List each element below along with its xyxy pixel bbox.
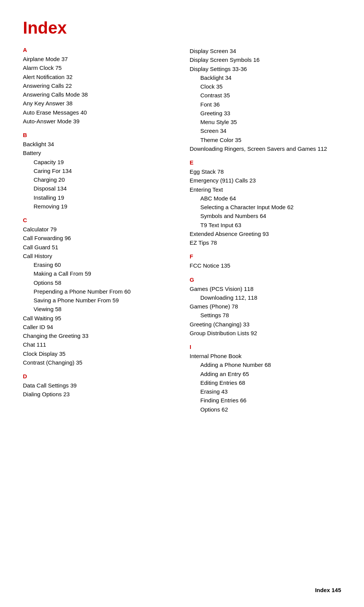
index-entry: Options 58 [23,278,174,287]
index-entry: Dialing Options 23 [23,390,174,399]
section-letter: B [23,132,174,138]
left-column: AAirplane Mode 37Alarm Clock 75Alert Not… [23,47,174,405]
index-entry: Saving a Phone Number From 59 [23,296,174,305]
index-entry: Group Distribution Lists 92 [190,329,341,337]
index-entry: Greeting (Changing) 33 [190,320,341,329]
index-entry: Call Forwarding 96 [23,234,174,242]
index-entry: Answering Calls Mode 38 [23,90,174,99]
index-entry: Any Key Answer 38 [23,99,174,108]
index-entry: Chat 111 [23,340,174,349]
index-entry: Games (Phone) 78 [190,302,341,311]
section-letter: A [23,47,174,53]
section-letter: G [190,276,341,283]
index-entry: Contrast (Changing) 35 [23,358,174,367]
section-letter: E [190,159,341,166]
index-entry: Airplane Mode 37 [23,55,174,63]
index-section: DData Call Settings 39Dialing Options 23 [23,373,174,399]
index-entry: Data Call Settings 39 [23,381,174,390]
index-section: BBacklight 34BatteryCapacity 19Caring Fo… [23,132,174,211]
index-entry: Backlight 34 [190,73,341,82]
page-title: Index [23,18,341,37]
index-entry: Clock 35 [190,82,341,91]
index-section: CCalculator 79Call Forwarding 96Call Gua… [23,217,174,367]
index-entry: Contrast 35 [190,91,341,100]
index-entry: Caring For 134 [23,166,174,175]
index-entry: Erasing 43 [190,387,341,396]
index-entry: Font 36 [190,100,341,109]
index-entry: Adding an Entry 65 [190,370,341,378]
index-entry: Editing Entries 68 [190,378,341,387]
index-entry: Screen 34 [190,126,341,135]
index-entry: Entering Text [190,185,341,194]
index-entry: Clock Display 35 [23,349,174,358]
index-entry: Extended Absence Greeting 93 [190,229,341,238]
index-entry: Display Screen Symbols 16 [190,55,341,64]
index-entry: ABC Mode 64 [190,194,341,203]
index-entry: Display Screen 34 [190,47,341,55]
index-entry: Internal Phone Book [190,352,341,360]
index-entry: Emergency (911) Calls 23 [190,176,341,185]
right-column: Display Screen 34Display Screen Symbols … [190,47,341,420]
index-entry: Alert Notification 32 [23,73,174,81]
index-entry: Finding Entries 66 [190,396,341,405]
index-entry: Viewing 58 [23,305,174,313]
index-entry: Auto Erase Messages 40 [23,108,174,117]
index-entry: Answering Calls 22 [23,81,174,90]
index-entry: Calculator 79 [23,225,174,234]
index-entry: Removing 19 [23,202,174,211]
index-entry: Adding a Phone Number 68 [190,360,341,369]
index-entry: Battery [23,149,174,157]
index-entry: Call Guard 51 [23,243,174,252]
index-entry: Call Waiting 95 [23,314,174,323]
index-section: FFCC Notice 135 [190,253,341,270]
index-entry: Downloading Ringers, Screen Savers and G… [190,144,341,153]
index-entry: Disposal 134 [23,184,174,193]
index-section: IInternal Phone BookAdding a Phone Numbe… [190,344,341,414]
index-entry: Changing the Greeting 33 [23,331,174,340]
index-entry: Settings 78 [190,311,341,320]
index-entry: Games (PCS Vision) 118 [190,284,341,293]
section-letter: C [23,217,174,223]
index-entry: Making a Call From 59 [23,269,174,278]
index-entry: Auto-Answer Mode 39 [23,117,174,126]
index-section: EEgg Stack 78Emergency (911) Calls 23Ent… [190,159,341,247]
index-entry: EZ Tips 78 [190,238,341,247]
index-entry: Selecting a Character Input Mode 62 [190,203,341,211]
index-entry: Erasing 60 [23,260,174,269]
index-entry: Prepending a Phone Number From 60 [23,287,174,296]
section-letter: D [23,373,174,379]
page-footer: Index 145 [315,587,341,593]
index-entry: Symbols and Numbers 64 [190,211,341,220]
index-entry: FCC Notice 135 [190,261,341,270]
section-letter: F [190,253,341,260]
index-entry: Greeting 33 [190,109,341,118]
index-entry: Theme Color 35 [190,136,341,144]
index-entry: Menu Style 35 [190,118,341,126]
index-entry: Alarm Clock 75 [23,63,174,72]
index-entry: T9 Text Input 63 [190,221,341,229]
index-entry: Options 62 [190,405,341,414]
index-entry: Charging 20 [23,175,174,184]
index-entry: Egg Stack 78 [190,167,341,176]
index-entry: Capacity 19 [23,158,174,166]
index-entry: Call History [23,252,174,260]
index-entry: Installing 19 [23,193,174,202]
index-section: AAirplane Mode 37Alarm Clock 75Alert Not… [23,47,174,126]
index-entry: Downloading 112, 118 [190,293,341,302]
index-section: GGames (PCS Vision) 118Downloading 112, … [190,276,341,338]
index-entry: Caller ID 94 [23,323,174,331]
index-section: Display Screen 34Display Screen Symbols … [190,47,341,153]
index-entry: Display Settings 33-36 [190,65,341,73]
section-letter: I [190,344,341,350]
index-entry: Backlight 34 [23,140,174,149]
